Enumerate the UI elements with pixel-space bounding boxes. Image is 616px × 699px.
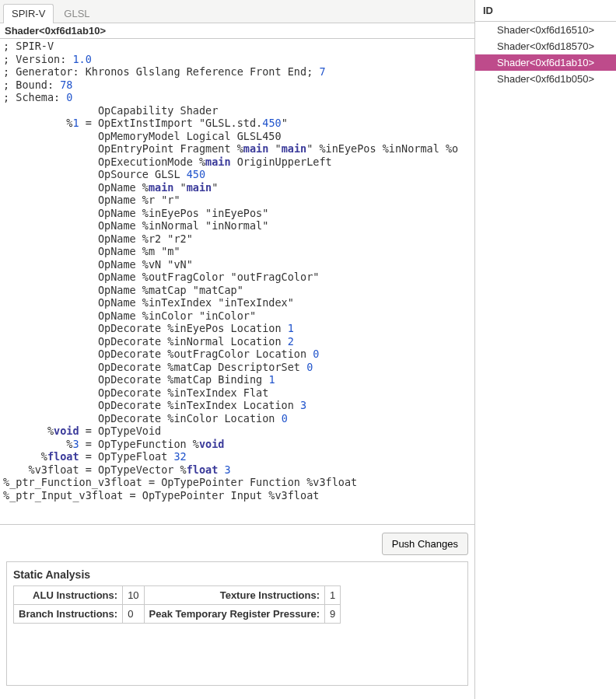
shader-title: Shader<0xf6d1ab10> xyxy=(0,23,474,39)
id-list-item[interactable]: Shader<0xf6d1ab10> xyxy=(475,54,616,71)
code-viewer[interactable]: ; SPIR-V ; Version: 1.0 ; Generator: Khr… xyxy=(0,39,474,525)
tex-instr-value: 1 xyxy=(325,586,341,605)
tab-glsl[interactable]: GLSL xyxy=(55,4,98,23)
static-analysis-panel: Static Analysis ALU Instructions: 10 Tex… xyxy=(6,561,468,686)
right-pane: ID Shader<0xf6d16510> Shader<0xf6d18570>… xyxy=(475,0,616,699)
left-pane: SPIR-V GLSL Shader<0xf6d1ab10> ; SPIR-V … xyxy=(0,0,475,699)
branch-instr-label: Branch Instructions: xyxy=(14,605,123,624)
tabs: SPIR-V GLSL xyxy=(0,0,474,23)
button-row: Push Changes xyxy=(0,525,474,561)
peak-reg-value: 9 xyxy=(325,605,341,624)
id-list-item[interactable]: Shader<0xf6d16510> xyxy=(475,22,616,38)
tex-instr-label: Texture Instructions: xyxy=(144,586,324,605)
id-list-item[interactable]: Shader<0xf6d18570> xyxy=(475,38,616,54)
id-list-item[interactable]: Shader<0xf6d1b050> xyxy=(475,71,616,87)
code-content: ; SPIR-V ; Version: 1.0 ; Generator: Khr… xyxy=(0,39,474,505)
tab-spirv[interactable]: SPIR-V xyxy=(3,4,54,23)
branch-instr-value: 0 xyxy=(123,605,144,624)
id-list[interactable]: Shader<0xf6d16510> Shader<0xf6d18570> Sh… xyxy=(475,22,616,87)
peak-reg-label: Peak Temporary Register Pressure: xyxy=(144,605,324,624)
id-column-header: ID xyxy=(475,0,616,22)
static-analysis-title: Static Analysis xyxy=(13,568,461,581)
alu-instr-label: ALU Instructions: xyxy=(14,586,123,605)
alu-instr-value: 10 xyxy=(123,586,144,605)
static-analysis-table: ALU Instructions: 10 Texture Instruction… xyxy=(13,585,341,624)
push-changes-button[interactable]: Push Changes xyxy=(382,533,468,555)
